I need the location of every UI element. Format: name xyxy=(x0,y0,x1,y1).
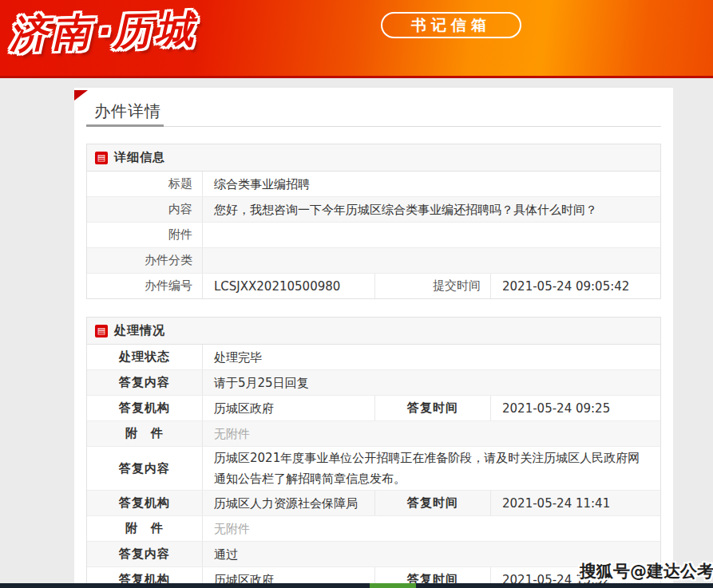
process-status-section: ▤ 处理情况 处理状态 处理完毕 答复内容 请于5月25日回复 答复机构 历城区… xyxy=(86,317,661,588)
row-value: 历城区2021年度事业单位公开招聘正在准备阶段，请及时关注历城区人民政府网通知公… xyxy=(203,447,660,490)
row-label: 附 件 xyxy=(87,421,203,446)
row-value: 历城区政府 xyxy=(203,396,375,420)
row-label: 答复机构 xyxy=(87,396,203,420)
document-icon: ▤ xyxy=(95,325,108,337)
secretary-mailbox-button[interactable]: 书记信箱 xyxy=(381,12,521,38)
table-row: 答复内容 请于5月25日回复 xyxy=(87,369,660,395)
table-row: 附 件 无附件 xyxy=(87,420,660,446)
title-underline xyxy=(86,126,661,127)
row-label: 标题 xyxy=(87,172,203,196)
row-label: 答复内容 xyxy=(87,370,203,395)
title-underline-accent xyxy=(86,124,164,127)
sohu-watermark: 搜狐号@建达公考 xyxy=(580,560,713,582)
table-row: 内容 您好，我想咨询一下今年历城区综合类事业编还招聘吗？具体什么时间？ xyxy=(87,196,660,222)
row-value xyxy=(203,223,660,247)
table-row: 答复内容 历城区2021年度事业单位公开招聘正在准备阶段，请及时关注历城区人民政… xyxy=(87,446,660,490)
row-label: 答复内容 xyxy=(87,447,203,490)
header-divider xyxy=(0,76,713,78)
row-value: LCSJXX20210500980 xyxy=(203,274,375,298)
row-value xyxy=(203,248,660,273)
row-value: 请于5月25日回复 xyxy=(203,370,660,395)
row-label: 附 件 xyxy=(87,516,203,541)
detail-section-header: ▤ 详细信息 xyxy=(87,144,660,172)
row-value: 2021-05-24 09:05:42 xyxy=(491,274,660,298)
detail-info-section: ▤ 详细信息 标题 综合类事业编招聘 内容 您好，我想咨询一下今年历城区综合类事… xyxy=(86,144,661,299)
table-row: 答复内容 通过 xyxy=(87,541,660,566)
corner-fold-decoration xyxy=(74,90,88,101)
row-label: 提交时间 xyxy=(375,274,491,298)
row-label: 附件 xyxy=(87,223,203,247)
row-label: 办件编号 xyxy=(87,274,203,298)
row-value: 综合类事业编招聘 xyxy=(203,172,660,196)
process-table: 处理状态 处理完毕 答复内容 请于5月25日回复 答复机构 历城区政府 答复时间… xyxy=(87,345,660,588)
row-value: 处理完毕 xyxy=(203,345,660,369)
row-value: 无附件 xyxy=(203,516,660,541)
row-label: 答复内容 xyxy=(87,542,203,566)
table-row: 标题 综合类事业编招聘 xyxy=(87,172,660,196)
content-card: 办件详情 ▤ 详细信息 标题 综合类事业编招聘 内容 您好，我想咨询一下今年历城… xyxy=(74,88,673,588)
page-title: 办件详情 xyxy=(94,101,161,122)
document-icon: ▤ xyxy=(95,152,108,164)
site-logo: 济南·历城 xyxy=(9,4,198,60)
row-label: 答复时间 xyxy=(375,396,491,420)
detail-table: 标题 综合类事业编招聘 内容 您好，我想咨询一下今年历城区综合类事业编还招聘吗？… xyxy=(87,172,660,298)
process-section-header: ▤ 处理情况 xyxy=(87,318,660,345)
row-label: 办件分类 xyxy=(87,248,203,273)
row-value: 您好，我想咨询一下今年历城区综合类事业编还招聘吗？具体什么时间？ xyxy=(203,197,660,222)
table-row: 附件 xyxy=(87,222,660,247)
bottom-progress-bar xyxy=(0,583,713,588)
row-label: 答复机构 xyxy=(87,491,203,515)
row-value: 无附件 xyxy=(203,421,660,446)
progress-bar-segment xyxy=(370,583,416,588)
table-row: 办件分类 xyxy=(87,247,660,273)
row-label: 答复时间 xyxy=(375,491,491,515)
table-row: 处理状态 处理完毕 xyxy=(87,345,660,369)
row-value: 2021-05-24 09:25 xyxy=(491,396,660,420)
row-value: 2021-05-24 11:41 xyxy=(491,491,660,515)
row-label: 处理状态 xyxy=(87,345,203,369)
process-section-title: 处理情况 xyxy=(114,323,165,338)
table-row: 答复机构 历城区人力资源社会保障局 答复时间 2021-05-24 11:41 xyxy=(87,490,660,515)
site-header: 济南·历城 书记信箱 xyxy=(0,0,713,76)
row-label: 内容 xyxy=(87,197,203,222)
table-row: 答复机构 历城区政府 答复时间 2021-05-24 09:25 xyxy=(87,395,660,420)
table-row: 办件编号 LCSJXX20210500980 提交时间 2021-05-24 0… xyxy=(87,273,660,298)
detail-section-title: 详细信息 xyxy=(114,150,165,165)
row-value: 历城区人力资源社会保障局 xyxy=(203,491,375,515)
table-row: 附 件 无附件 xyxy=(87,515,660,541)
